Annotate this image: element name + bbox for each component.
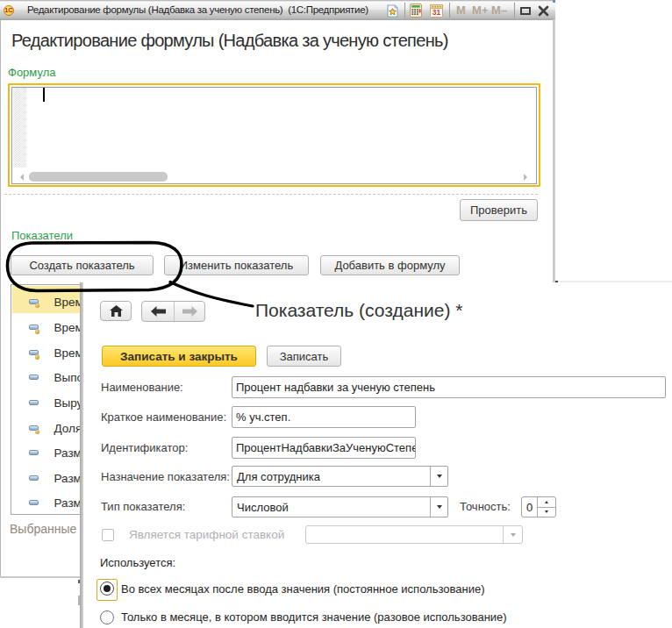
svg-text:31: 31 (433, 8, 441, 17)
